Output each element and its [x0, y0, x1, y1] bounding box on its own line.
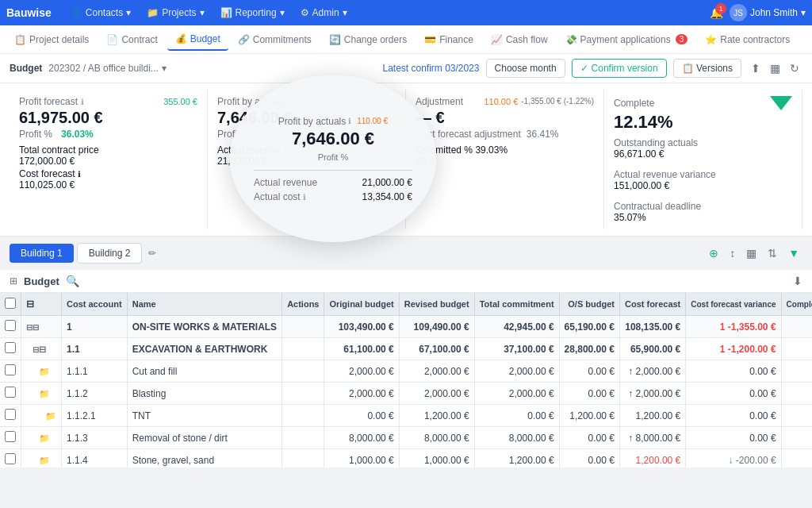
budget-table-section: ⊞ Budget 🔍 ⬇ ⊟ Cost account Name Actions… — [0, 270, 812, 468]
grid-view-button[interactable]: ▦ — [767, 59, 783, 78]
adjustment-value: — € — [416, 109, 594, 127]
row-variance: 0.00 € — [686, 405, 781, 427]
row-expand-cell[interactable]: ⊟⊟ — [21, 316, 62, 338]
row-actions — [282, 427, 324, 449]
profit-forecast-value: 61,975.00 € — [19, 109, 197, 127]
row-checkbox-cell — [0, 338, 21, 360]
row-variance: ↓ -200.00 € — [686, 449, 781, 468]
choose-month-button[interactable]: Choose month — [486, 59, 565, 78]
row-checkbox[interactable] — [5, 387, 16, 398]
confirm-link[interactable]: Latest confirm 03/2023 — [382, 63, 479, 74]
budget-export-button[interactable]: ⬇ — [793, 275, 802, 287]
tab-payment-applications[interactable]: 💸 Payment applications 3 — [557, 29, 696, 50]
tab-budget[interactable]: 💰 Budget — [167, 29, 228, 51]
row-actions — [282, 338, 324, 360]
building-tab-2[interactable]: Building 2 — [77, 243, 143, 264]
row-variance: 0.00 € — [686, 383, 781, 405]
profit-actuals-tooltip: Profit by actuals ℹ 110.00 € 7,646.00 € … — [230, 75, 436, 242]
adjustment-label: Adjustment 110.00 € -1,355.00 € (-1.22%) — [416, 96, 594, 107]
row-checkbox-cell — [0, 405, 21, 427]
user-menu[interactable]: JS John Smith ▾ — [730, 4, 806, 21]
budget-icon: 💰 — [175, 33, 187, 44]
admin-dropdown-icon: ▾ — [343, 7, 347, 18]
nav-contacts[interactable]: 👤 Contacts ▾ — [64, 4, 137, 21]
tab-project-details[interactable]: 📋 Project details — [6, 29, 97, 50]
row-checkbox[interactable] — [5, 342, 16, 353]
rate-icon: ⭐ — [705, 34, 717, 45]
row-os-budget: 0.00 € — [559, 449, 619, 468]
project-name[interactable]: 202302 / AB office buildi... ▾ — [48, 63, 167, 74]
tooltip-actual-cost-label: Actual cost ℹ — [254, 191, 306, 202]
row-checkbox[interactable] — [5, 453, 16, 464]
minus-icon: ⊟ — [26, 298, 34, 310]
row-actions — [282, 316, 324, 338]
filter-button[interactable]: ▼ — [785, 244, 802, 263]
row-code: 1 — [62, 316, 128, 338]
refresh-button[interactable]: ↻ — [787, 59, 802, 78]
row-total-commitment: 42,945.00 € — [474, 316, 559, 338]
row-variance: 0.00 € — [686, 360, 781, 383]
tab-finance[interactable]: 💳 Finance — [416, 29, 481, 50]
row-checkbox-cell — [0, 316, 21, 338]
top-nav: Bauwise 👤 Contacts ▾ 📁 Projects ▾ 📊 Repo… — [0, 0, 812, 25]
row-folder-cell: 📁 — [21, 427, 62, 449]
versions-button[interactable]: 📋 Versions — [673, 59, 741, 78]
tooltip-orange-indicator: 110.00 € — [357, 117, 388, 125]
row-total-commitment: 1,200.00 € — [474, 449, 559, 468]
row-revised-budget: 1,000.00 € — [399, 449, 474, 468]
sort-button[interactable]: ⇅ — [764, 244, 780, 263]
contacts-dropdown-icon: ▾ — [126, 7, 131, 18]
tooltip-info-icon[interactable]: ℹ — [348, 117, 351, 125]
complete-card: Complete 12.14% Outstanding actuals 96,6… — [604, 90, 802, 229]
table-row: 📁 1.1.1 Cut and fill 2,000.00 € 2,000.00… — [0, 360, 812, 383]
upload-button[interactable]: ⬆ — [748, 59, 764, 78]
tab-contract[interactable]: 📄 Contract — [98, 29, 165, 50]
row-os-budget: 65,190.00 € — [559, 316, 619, 338]
tab-commitments[interactable]: 🔗 Commitments — [230, 29, 320, 50]
edit-building-tab-button[interactable]: ✏ — [145, 244, 159, 262]
project-dropdown-icon: ▾ — [162, 63, 167, 74]
adjustment-negative: -1,355.00 € (-1.22%) — [521, 97, 594, 106]
confirm-version-button[interactable]: ✓ Confirm version — [572, 59, 667, 78]
table-grid-icon: ⊞ — [10, 275, 17, 287]
row-revised-budget: 2,000.00 € — [399, 383, 474, 405]
budget-search-button[interactable]: 🔍 — [66, 275, 79, 287]
tab-change-orders[interactable]: 🔄 Change orders — [321, 29, 415, 50]
add-item-button[interactable]: ⊕ — [706, 244, 722, 263]
select-all-checkbox[interactable] — [5, 298, 16, 309]
row-folder-cell: 📁 — [21, 449, 62, 468]
nav-projects[interactable]: 📁 Projects ▾ — [140, 4, 210, 21]
notification-bell[interactable]: 🔔 1 — [710, 6, 723, 19]
budget-header: Budget 202302 / AB office buildi... ▾ La… — [0, 54, 812, 83]
row-revised-budget: 2,000.00 € — [399, 360, 474, 383]
columns-button[interactable]: ▦ — [743, 244, 760, 263]
row-complete: 150.00% — [781, 383, 812, 405]
versions-icon: 📋 — [682, 63, 694, 74]
notification-badge: 1 — [715, 3, 726, 14]
row-checkbox[interactable] — [5, 431, 16, 442]
profit-forecast-info-icon[interactable]: ℹ — [81, 98, 84, 106]
payment-badge: 3 — [676, 34, 688, 44]
info-icon-2[interactable]: ℹ — [78, 170, 81, 179]
table-row: 📁 1.1.4 Stone, gravel, sand 1,000.00 € 1… — [0, 449, 812, 468]
row-code: 1.1 — [62, 338, 128, 360]
tooltip-cost-info-icon[interactable]: ℹ — [303, 193, 306, 202]
tab-rate-contractors[interactable]: ⭐ Rate contractors — [697, 29, 798, 50]
row-cost-forecast: ↑ 8,000.00 € — [619, 427, 685, 449]
row-name: Stone, gravel, sand — [127, 449, 282, 468]
adjustment-sub: Cost forecast adjustment 36.41% — [416, 129, 594, 140]
col-expand: ⊟ — [21, 293, 62, 316]
move-item-button[interactable]: ↕ — [726, 244, 738, 263]
tab-cashflow[interactable]: 📈 Cash flow — [483, 29, 556, 50]
building-tabs: Building 1 Building 2 ✏ ⊕ ↕ ▦ ⇅ ▼ — [0, 237, 812, 270]
building-tab-1[interactable]: Building 1 — [10, 244, 74, 263]
row-checkbox[interactable] — [5, 409, 16, 420]
nav-admin[interactable]: ⚙ Admin ▾ — [294, 4, 354, 21]
payment-icon: 💸 — [565, 34, 577, 45]
row-expand-cell[interactable]: ⊟⊟ — [21, 338, 62, 360]
metrics-row: Profit forecast ℹ 355.00 € 61,975.00 € P… — [0, 83, 812, 237]
row-checkbox[interactable] — [5, 320, 16, 331]
row-checkbox[interactable] — [5, 364, 16, 375]
col-name: Name — [127, 293, 282, 316]
nav-reporting[interactable]: 📊 Reporting ▾ — [214, 4, 291, 21]
